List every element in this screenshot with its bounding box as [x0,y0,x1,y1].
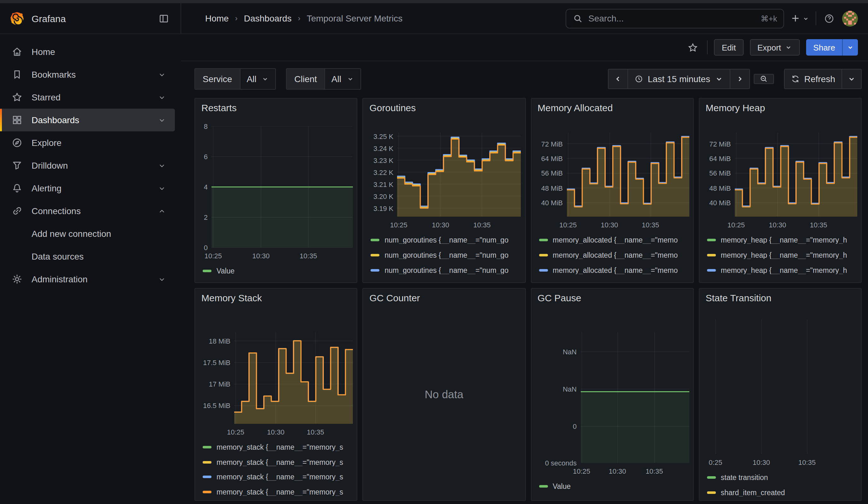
panel-title[interactable]: Restarts [202,102,237,113]
legend-series-color[interactable] [203,270,211,272]
legend-item[interactable]: num_goroutines {__name__="num_go [371,282,525,283]
chart-plot-area[interactable] [711,320,857,454]
legend-series-label[interactable]: memory_allocated {__name__="memo [553,251,678,259]
legend-series-label[interactable]: memory_stack {__name__="memory_s [217,488,343,495]
legend-series-label[interactable]: memory_stack {__name__="memory_s [217,458,343,466]
new-button[interactable] [789,11,810,26]
panel-title[interactable]: Goroutines [370,102,416,113]
service-variable-value[interactable]: All [240,69,275,89]
sidebar-item-alerting[interactable]: Alerting [0,177,175,199]
legend-item[interactable]: state transition [707,474,861,481]
legend-item[interactable]: num_goroutines {__name__="num_go [371,236,525,244]
legend-series-label[interactable]: shard_item_created [721,488,785,496]
sidebar-item-bookmarks[interactable]: Bookmarks [0,63,175,86]
legend-item[interactable]: memory_allocated {__name__="memo [539,282,693,283]
sidebar-item-dashboards[interactable]: Dashboards [0,109,175,131]
legend-series-color[interactable] [371,254,380,256]
chart-plot-area[interactable] [567,133,689,217]
legend-series-label[interactable]: memory_heap {__name__="memory_h [721,282,847,283]
legend-series-color[interactable] [539,239,548,241]
legend-item[interactable]: memory_heap {__name__="memory_h [707,251,861,259]
legend-item[interactable]: shard_item_created [707,488,861,496]
sidebar-toggle-icon[interactable] [156,10,172,26]
chart-plot-area[interactable] [580,332,689,463]
user-avatar[interactable] [842,10,858,26]
sidebar-item-add-new-connection[interactable]: Add new connection [0,222,175,245]
legend-item[interactable]: memory_stack {__name__="memory_s [203,443,357,451]
legend-item[interactable]: num_goroutines {__name__="num_go [371,251,525,259]
legend-item[interactable]: memory_heap {__name__="memory_h [707,282,861,283]
export-button[interactable]: Export [750,39,800,55]
legend-series-label[interactable]: num_goroutines {__name__="num_go [385,251,508,259]
panel-title[interactable]: GC Counter [370,292,420,303]
legend-series-label[interactable]: num_goroutines {__name__="num_go [385,267,508,274]
legend-series-color[interactable] [371,269,380,271]
legend-item[interactable]: memory_allocated {__name__="memo [539,251,693,259]
sidebar-item-drilldown[interactable]: Drilldown [0,154,175,177]
time-zoom-out-button[interactable] [754,74,774,84]
legend-item[interactable]: num_goroutines {__name__="num_go [371,267,525,274]
favorite-star-icon[interactable] [685,40,701,55]
legend-series-label[interactable]: state transition [721,474,768,481]
legend-series-label[interactable]: memory_allocated {__name__="memo [553,282,678,283]
sidebar-item-connections[interactable]: Connections [0,199,175,222]
chart-plot-area[interactable] [234,332,353,424]
client-variable-value[interactable]: All [324,69,360,89]
sidebar-item-home[interactable]: Home [0,40,175,63]
legend-series-color[interactable] [707,239,716,241]
legend-series-color[interactable] [371,239,380,241]
legend-series-label[interactable]: memory_allocated {__name__="memo [553,267,678,274]
panel-title[interactable]: Memory Allocated [538,102,613,113]
legend-series-label[interactable]: memory_allocated {__name__="memo [553,236,678,244]
legend-series-label[interactable]: num_goroutines {__name__="num_go [385,282,508,283]
legend-item[interactable]: Value [539,483,693,490]
legend-item[interactable]: memory_stack {__name__="memory_s [203,488,357,495]
client-variable[interactable]: Client All [286,68,361,90]
legend-item[interactable]: memory_allocated {__name__="memo [539,267,693,274]
panel-title[interactable]: GC Pause [538,292,581,303]
refresh-interval-chevron[interactable] [842,69,862,89]
legend-series-label[interactable]: memory_stack {__name__="memory_s [217,473,343,481]
legend-series-color[interactable] [707,254,716,256]
service-variable[interactable]: Service All [194,68,276,90]
sidebar-item-explore[interactable]: Explore [0,131,175,154]
edit-button[interactable]: Edit [714,39,744,55]
legend-series-color[interactable] [539,485,548,487]
legend-series-color[interactable] [203,446,211,449]
help-icon[interactable] [821,10,837,26]
sidebar-item-starred[interactable]: Starred [0,86,175,109]
legend-series-color[interactable] [707,269,716,271]
legend-series-label[interactable]: memory_heap {__name__="memory_h [721,251,847,259]
chart-plot-area[interactable] [211,126,353,248]
legend-item[interactable]: memory_heap {__name__="memory_h [707,267,861,274]
legend-series-label[interactable]: memory_heap {__name__="memory_h [721,236,847,244]
legend-series-label[interactable]: Value [217,267,235,275]
panel-title[interactable]: Memory Heap [706,102,765,113]
legend-item[interactable]: memory_allocated {__name__="memo [539,236,693,244]
chart-plot-area[interactable] [735,133,857,217]
sidebar-item-administration[interactable]: Administration [0,268,175,290]
legend-item[interactable]: memory_stack {__name__="memory_s [203,473,357,481]
share-options-chevron[interactable] [842,39,858,55]
refresh-button[interactable]: Refresh [784,69,842,89]
time-shift-forward-button[interactable] [730,69,750,89]
time-range-picker[interactable]: Last 15 minutes [628,69,730,89]
legend-series-color[interactable] [203,475,211,478]
legend-series-color[interactable] [539,254,548,256]
legend-item[interactable]: memory_heap {__name__="memory_h [707,236,861,244]
breadcrumb-dashboards[interactable]: Dashboards [244,13,292,23]
time-shift-back-button[interactable] [608,69,628,89]
legend-series-label[interactable]: memory_heap {__name__="memory_h [721,267,847,274]
legend-series-color[interactable] [539,269,548,271]
legend-series-label[interactable]: memory_stack {__name__="memory_s [217,443,343,451]
breadcrumb-home[interactable]: Home [205,13,229,23]
legend-series-color[interactable] [707,491,716,494]
share-button[interactable]: Share [806,39,842,55]
legend-series-label[interactable]: num_goroutines {__name__="num_go [385,236,508,244]
search-input[interactable]: Search... ⌘+k [566,9,784,28]
legend-series-color[interactable] [707,476,716,479]
legend-series-color[interactable] [203,461,211,463]
chart-plot-area[interactable] [397,133,521,217]
panel-title[interactable]: Memory Stack [202,292,262,303]
panel-title[interactable]: State Transition [706,292,772,303]
